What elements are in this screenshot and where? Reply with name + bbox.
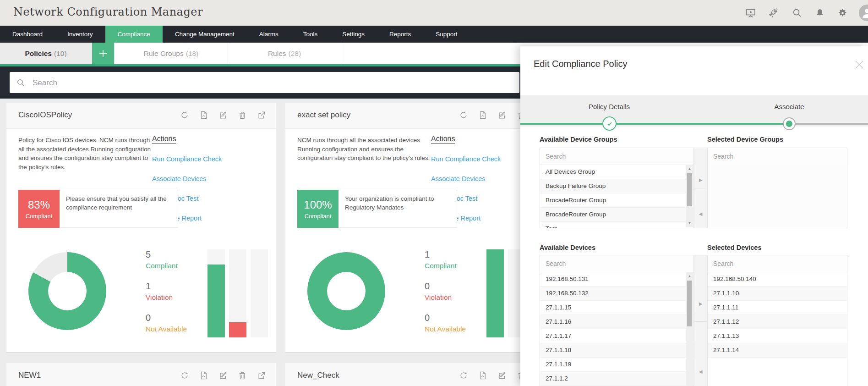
stat-compliant: 5Compliant <box>146 249 187 270</box>
edit-icon[interactable] <box>498 111 506 119</box>
pdf-export-icon[interactable] <box>200 111 208 119</box>
device-item[interactable]: 27.1.1.14 <box>708 343 847 358</box>
edit-icon[interactable] <box>219 111 227 119</box>
app-window: Network Configuration Manager <box>0 0 868 386</box>
device-item[interactable]: 27.1.1.17 <box>540 329 693 343</box>
device-item[interactable]: 27.1.1.16 <box>540 315 693 329</box>
device-group-item[interactable]: All Devices Group <box>540 165 693 179</box>
search-input[interactable] <box>32 72 514 94</box>
move-right-icon[interactable]: ▶ <box>694 301 707 306</box>
external-link-icon[interactable] <box>257 111 266 119</box>
step-associate[interactable]: Associate <box>774 103 804 110</box>
selected-device-groups-search[interactable] <box>708 148 839 165</box>
delete-trash-icon[interactable] <box>238 371 246 380</box>
device-item[interactable]: 27.1.1.15 <box>540 301 693 315</box>
available-device-groups-search[interactable] <box>540 148 684 165</box>
tab-rule-groups-count: (18) <box>186 50 199 58</box>
global-search-icon[interactable] <box>792 8 802 18</box>
available-device-groups-list: All Devices Group Backup Failure Group B… <box>540 148 694 228</box>
associate-devices-link[interactable]: Associate Devices <box>152 175 222 182</box>
selected-devices-heading: Selected Devices <box>707 244 762 251</box>
rocket-icon[interactable] <box>769 7 780 18</box>
refresh-icon[interactable] <box>459 111 468 119</box>
pdf-export-icon[interactable] <box>200 371 208 380</box>
close-icon[interactable] <box>854 60 864 72</box>
nav-tools[interactable]: Tools <box>291 26 330 43</box>
scrollbar[interactable]: ▲ <box>686 272 693 386</box>
refresh-icon[interactable] <box>180 111 189 119</box>
refresh-icon[interactable] <box>459 371 468 380</box>
device-item[interactable]: 27.1.1.19 <box>540 358 693 372</box>
tab-policies[interactable]: Policies (10) <box>0 43 92 64</box>
nav-inventory[interactable]: Inventory <box>55 26 105 43</box>
device-group-item[interactable]: Test <box>540 222 693 228</box>
selected-device-groups-list <box>707 148 847 228</box>
available-devices-heading: Available Devices <box>540 244 595 251</box>
tab-rule-groups[interactable]: Rule Groups (18) <box>115 43 228 64</box>
device-item[interactable]: 27.1.1.11 <box>708 301 847 315</box>
run-compliance-check-link[interactable]: Run Compliance Check <box>152 155 222 163</box>
step-current-marker[interactable] <box>783 117 796 130</box>
policy-description: Policy for Cisco IOS devices. NCM runs t… <box>18 136 152 171</box>
device-item[interactable]: 192.168.50.132 <box>540 287 693 301</box>
device-item[interactable]: 27.1.1.12 <box>708 315 847 329</box>
compliance-percent-badge: 100% Compliant <box>297 190 338 228</box>
available-devices-list: 192.168.50.131 192.168.50.132 27.1.1.15 … <box>540 255 694 386</box>
settings-gear-icon[interactable] <box>837 8 848 18</box>
device-item[interactable]: 27.1.1.13 <box>708 329 847 343</box>
device-item[interactable]: 27.1.1.18 <box>540 343 693 358</box>
run-compliance-check-link[interactable]: Run Compliance Check <box>431 155 501 163</box>
refresh-icon[interactable] <box>180 371 189 380</box>
device-item[interactable]: 27.1.1.10 <box>708 287 847 301</box>
device-item[interactable]: 192.168.50.131 <box>540 272 693 287</box>
device-item[interactable]: 27.1.1.2 <box>540 372 693 386</box>
demo-presentation-icon[interactable] <box>745 7 756 18</box>
device-item[interactable]: 192.168.50.140 <box>708 272 847 287</box>
scroll-thumb[interactable] <box>687 173 692 206</box>
add-policy-button[interactable] <box>92 43 115 64</box>
device-group-item[interactable]: BrocadeRouter Group <box>540 193 693 208</box>
delete-trash-icon[interactable] <box>238 111 246 119</box>
move-right-icon[interactable]: ▶ <box>694 177 707 182</box>
step-policy-details[interactable]: Policy Details <box>589 103 630 110</box>
move-left-icon[interactable]: ◀ <box>694 369 707 374</box>
user-avatar[interactable] <box>859 5 868 21</box>
stat-not-available: 0Not Available <box>146 313 187 333</box>
policy-search <box>10 72 519 93</box>
edit-icon[interactable] <box>498 371 506 380</box>
compliance-bar-chart <box>207 249 268 337</box>
compliance-message: Please ensure that you satisfy all the c… <box>60 190 178 228</box>
selected-devices-search[interactable] <box>708 255 839 272</box>
pdf-export-icon[interactable] <box>479 371 487 380</box>
available-devices-search[interactable] <box>540 255 684 272</box>
move-left-icon[interactable]: ◀ <box>694 211 707 216</box>
compliance-donut-chart <box>28 252 106 330</box>
edit-icon[interactable] <box>219 371 227 380</box>
policy-card-new-check: New_Check <box>285 363 555 386</box>
stat-violation: 0Violation <box>425 281 466 302</box>
devices-transfer: ▶ ◀ <box>694 255 707 386</box>
external-link-icon[interactable] <box>257 371 266 380</box>
policy-card-ciscoiospolicy: CiscoIOSPolicy Policy for Cisco IOS devi… <box>6 103 276 352</box>
tab-rules[interactable]: Rules (28) <box>228 43 341 64</box>
scroll-up-icon[interactable]: ▲ <box>686 166 693 172</box>
nav-change-management[interactable]: Change Management <box>163 26 247 43</box>
pdf-export-icon[interactable] <box>479 111 487 119</box>
scrollbar[interactable]: ▲ ▼ <box>686 165 693 227</box>
associate-devices-link[interactable]: Associate Devices <box>431 175 501 182</box>
device-group-item[interactable]: BrocadeRouter Group <box>540 208 693 222</box>
nav-alarms[interactable]: Alarms <box>247 26 291 43</box>
step-done-check-icon[interactable] <box>602 116 617 131</box>
scroll-down-icon[interactable]: ▼ <box>686 220 693 226</box>
scroll-up-icon[interactable]: ▲ <box>686 273 693 280</box>
nav-dashboard[interactable]: Dashboard <box>0 26 55 43</box>
nav-support[interactable]: Support <box>423 26 469 43</box>
panel-title: Edit Compliance Policy <box>534 59 628 69</box>
notifications-bell-icon[interactable] <box>815 8 825 18</box>
device-group-item[interactable]: Backup Failure Group <box>540 179 693 193</box>
nav-settings[interactable]: Settings <box>330 26 377 43</box>
nav-compliance[interactable]: Compliance <box>105 26 163 43</box>
scroll-thumb[interactable] <box>687 281 692 326</box>
nav-reports[interactable]: Reports <box>377 26 423 43</box>
search-icon <box>16 78 25 87</box>
